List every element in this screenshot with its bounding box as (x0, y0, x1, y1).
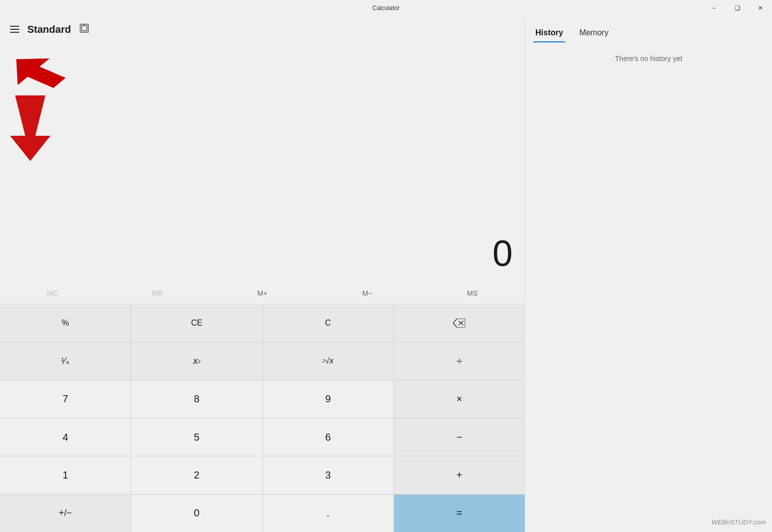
right-panel: History Memory There's no history yet (525, 16, 772, 532)
4-button[interactable]: 4 (0, 418, 131, 456)
calc-header: Standard (0, 16, 525, 42)
mr-button[interactable]: MR (105, 284, 210, 302)
hamburger-line-3 (10, 32, 19, 33)
negate-button[interactable]: +/− (0, 495, 131, 532)
2-button[interactable]: 2 (131, 456, 262, 494)
multiply-button[interactable]: × (394, 381, 525, 418)
window-controls: − ❑ ✕ (702, 0, 772, 16)
square-button[interactable]: x2 (131, 342, 262, 380)
no-history-text: There's no history yet (615, 55, 682, 63)
mc-button[interactable]: MC (0, 284, 105, 302)
hamburger-line-1 (10, 26, 19, 27)
watermark: WEBnSTUDY.com (711, 518, 766, 526)
panel-tabs: History Memory (525, 16, 772, 42)
decimal-button[interactable]: . (263, 495, 394, 532)
1-button[interactable]: 1 (0, 456, 131, 494)
minimize-button[interactable]: − (702, 0, 726, 16)
panel-content: There's no history yet (525, 42, 772, 532)
ms-button[interactable]: MS (420, 284, 525, 302)
ce-button[interactable]: CE (131, 304, 262, 342)
3-button[interactable]: 3 (263, 456, 394, 494)
history-tab[interactable]: History (533, 24, 565, 42)
subtract-button[interactable]: − (394, 418, 525, 456)
add-button[interactable]: + (394, 456, 525, 494)
mplus-button[interactable]: M+ (210, 284, 315, 302)
app-title: Calculator (372, 5, 400, 12)
hamburger-line-2 (10, 29, 19, 30)
keep-on-top-icon (79, 23, 89, 33)
c-button[interactable]: C (263, 304, 394, 342)
backspace-button[interactable] (394, 304, 525, 342)
mminus-button[interactable]: M− (315, 284, 420, 302)
5-button[interactable]: 5 (131, 418, 262, 456)
0-button[interactable]: 0 (131, 495, 262, 532)
keep-on-top-button[interactable] (77, 21, 91, 37)
close-button[interactable]: ✕ (749, 0, 772, 16)
7-button[interactable]: 7 (0, 381, 131, 418)
display-area: 0 (0, 42, 525, 282)
percent-button[interactable]: % (0, 304, 131, 342)
equals-button[interactable]: = (394, 495, 525, 532)
memory-tab[interactable]: Memory (577, 24, 611, 42)
svg-marker-5 (453, 318, 465, 328)
calculator-mode-title: Standard (27, 24, 71, 35)
backspace-icon (453, 318, 465, 328)
reciprocal-button[interactable]: ¹⁄ₓ (0, 342, 131, 380)
title-bar: Calculator − ❑ ✕ (0, 0, 772, 16)
sqrt-button[interactable]: 2√x (263, 342, 394, 380)
6-button[interactable]: 6 (263, 418, 394, 456)
display-value: 0 (492, 233, 513, 274)
svg-rect-3 (82, 26, 87, 31)
hamburger-button[interactable] (8, 24, 21, 35)
calculator-section: Standard 0 MC MR M+ M− MS % CE (0, 16, 525, 532)
9-button[interactable]: 9 (263, 381, 394, 418)
main-layout: Standard 0 MC MR M+ M− MS % CE (0, 16, 772, 532)
restore-button[interactable]: ❑ (726, 0, 749, 16)
memory-row: MC MR M+ M− MS (0, 282, 525, 304)
divide-button[interactable]: ÷ (394, 342, 525, 380)
8-button[interactable]: 8 (131, 381, 262, 418)
button-grid: % CE C ¹⁄ₓ x2 2√x ÷ 7 8 9 × 4 5 6 (0, 304, 525, 532)
